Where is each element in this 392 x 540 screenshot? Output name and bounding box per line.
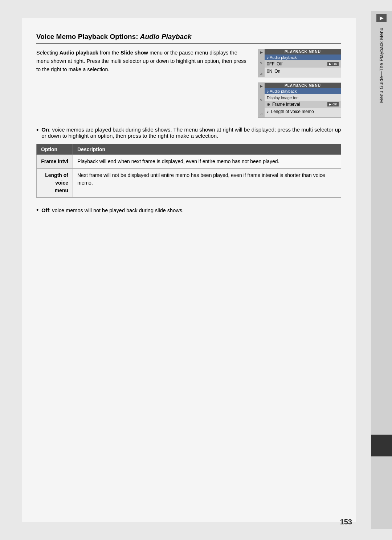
bullet-on-label: On xyxy=(41,126,49,133)
bullet-off-dot: • xyxy=(36,206,38,215)
menu1-row2: 0N On xyxy=(265,68,341,75)
table-desc-frame: Playback will end when next frame is dis… xyxy=(73,155,341,169)
menu1-sidebar: ▶ ✎ ⊿ xyxy=(258,49,265,77)
bullet-off-text: Off: voice memos will not be played back… xyxy=(41,206,184,215)
menu1-off-label: Off xyxy=(277,61,282,67)
menu2-clock-icon: ⊙ xyxy=(267,102,270,107)
intro-bold-1: Audio playback xyxy=(60,50,98,56)
top-section: Selecting Audio playback from the Slide … xyxy=(36,49,341,118)
table-option-voice: Length of voice menu xyxy=(37,169,73,198)
bullet-on-dot: • xyxy=(36,126,38,139)
menu1-main: PLAYBACK MENU ♪ Audio playback 0FF Off ▶… xyxy=(265,49,341,77)
menu2-row2: ♪ Length of voice memo xyxy=(265,108,341,115)
table-row: Length of voice menu Next frame will not… xyxy=(37,169,341,198)
menu2-main: PLAYBACK MENU ♪ Audio playback Display i… xyxy=(265,83,341,117)
page-number: 153 xyxy=(340,518,352,526)
sidebar-label: Menu Guide—The Playback Menu xyxy=(379,28,385,103)
menu2-note-icon: ♪ xyxy=(267,109,269,114)
menu-mockup-1: ▶ ✎ ⊿ PLAYBACK MENU ♪ Audio playback 0FF… xyxy=(258,49,341,77)
menu-mockup-2: ▶ ✎ ⊿ PLAYBACK MENU ♪ Audio playback Dis… xyxy=(258,82,341,118)
right-menus: ▶ ✎ ⊿ PLAYBACK MENU ♪ Audio playback 0FF… xyxy=(258,49,341,118)
bullet-on: • On: voice memos are played back during… xyxy=(36,126,341,139)
menu1-selected-row: ♪ Audio playback xyxy=(265,55,341,60)
menu2-display-text: Display image for: xyxy=(265,94,341,101)
title-text: Voice Memo Playback Options: xyxy=(36,33,140,40)
menu2-header: PLAYBACK MENU xyxy=(265,83,341,88)
menu2-icon-play: ▶ xyxy=(260,84,263,88)
menu2-voice-memo: Length of voice memo xyxy=(271,109,314,114)
menu1-row1: 0FF Off ▶ OK xyxy=(265,60,341,68)
sidebar-tab xyxy=(371,435,392,456)
bullet-off: • Off: voice memos will not be played ba… xyxy=(36,206,341,215)
menu2-icon-pencil: ✎ xyxy=(260,98,263,102)
menu1-icon-pencil: ✎ xyxy=(260,61,263,65)
menu2-row1: ⊙ Frame interval ▶ OK xyxy=(265,101,341,108)
table-header-description: Description xyxy=(73,144,341,155)
menu1-header: PLAYBACK MENU xyxy=(265,49,341,55)
menu2-frame-interval: Frame interval xyxy=(272,102,300,107)
menu1-off-code: 0FF xyxy=(267,61,274,67)
section-title: Voice Memo Playback Options: Audio Playb… xyxy=(36,33,341,44)
bullet-off-body: : voice memos will not be played back du… xyxy=(49,207,184,213)
menu1-icon-delete: ⊿ xyxy=(260,72,263,76)
menu2-selected-row: ♪ Audio playback xyxy=(265,88,341,94)
intro-bold-2: Slide show xyxy=(121,50,148,56)
table-option-frame: Frame intvl xyxy=(37,155,73,169)
menu2-ok-badge: ▶ OK xyxy=(327,102,339,106)
intro-text: Selecting Audio playback from the Slide … xyxy=(36,49,250,118)
bullet-on-text: On: voice memos are played back during s… xyxy=(41,126,341,139)
sidebar: ▶ Menu Guide—The Playback Menu xyxy=(371,11,392,529)
menu1-on-label: On xyxy=(274,69,280,74)
table-header-option: Option xyxy=(37,144,73,155)
title-italic: Audio Playback xyxy=(140,33,192,40)
menu1-ok-badge: ▶ OK xyxy=(327,62,339,66)
sidebar-arrow-icon: ▶ xyxy=(376,14,387,22)
menu2-sidebar: ▶ ✎ ⊿ xyxy=(258,83,265,117)
intro-text-1: Selecting xyxy=(36,50,60,56)
menu1-on-code: 0N xyxy=(267,69,272,74)
bullet-off-label: Off xyxy=(41,207,49,213)
table-row: Frame intvl Playback will end when next … xyxy=(37,155,341,169)
options-table: Option Description Frame intvl Playback … xyxy=(36,144,341,198)
table-desc-voice: Next frame will not be displayed until e… xyxy=(73,169,341,198)
menu2-icon-delete: ⊿ xyxy=(260,112,263,116)
intro-text-2: from the xyxy=(98,50,121,56)
bullet-on-body: : voice memos are played back during sli… xyxy=(41,126,341,139)
menu1-icon-play: ▶ xyxy=(260,51,263,54)
main-content: Voice Memo Playback Options: Audio Playb… xyxy=(22,18,356,522)
